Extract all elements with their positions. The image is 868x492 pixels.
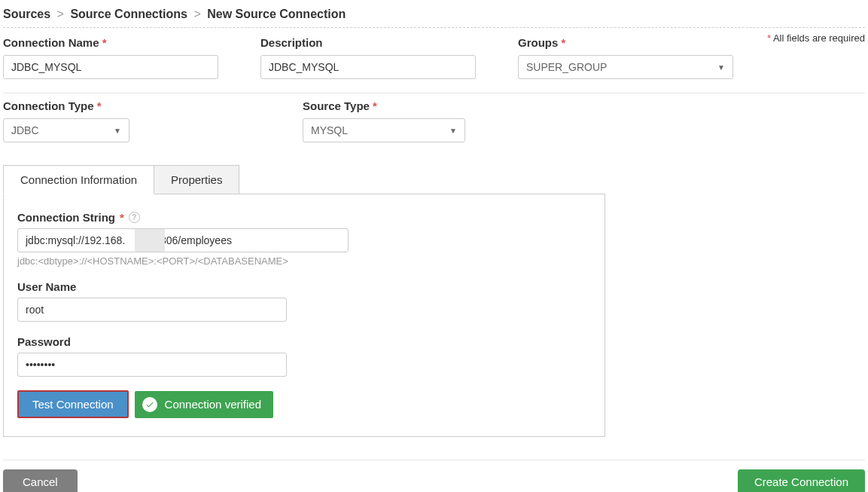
source-type-label: Source Type * [303, 99, 465, 112]
tab-properties[interactable]: Properties [154, 165, 239, 194]
tab-panel-connection-information: Connection String * ? jdbc:<dbtype>://<H… [3, 194, 605, 437]
redaction-block [135, 229, 165, 252]
breadcrumb-level1[interactable]: Sources [3, 8, 50, 20]
username-label: User Name [17, 280, 591, 293]
chevron-down-icon: ▼ [449, 127, 457, 135]
description-input[interactable] [260, 55, 476, 79]
chevron-down-icon: ▼ [114, 127, 121, 135]
chevron-right-icon: > [57, 8, 64, 20]
connection-type-select[interactable]: JDBC ▼ [3, 118, 129, 142]
help-icon[interactable]: ? [129, 212, 140, 223]
description-label: Description [260, 36, 476, 49]
groups-label: Groups * [518, 36, 733, 49]
username-input[interactable] [17, 298, 287, 322]
connection-status-badge: Connection verified [135, 391, 273, 418]
tab-connection-information[interactable]: Connection Information [3, 165, 154, 194]
connection-string-label: Connection String * ? [17, 211, 591, 224]
password-input[interactable] [17, 353, 287, 377]
check-circle-icon [142, 397, 157, 412]
breadcrumb-level3: New Source Connection [207, 8, 346, 20]
test-connection-button[interactable]: Test Connection [17, 390, 129, 418]
footer: Cancel Create Connection [3, 460, 865, 492]
groups-select[interactable]: SUPER_GROUP ▼ [518, 55, 733, 79]
breadcrumb-level2[interactable]: Source Connections [70, 8, 187, 20]
connection-type-value: JDBC [11, 124, 39, 136]
chevron-down-icon: ▼ [717, 63, 725, 72]
groups-select-value: SUPER_GROUP [526, 61, 607, 73]
connection-name-input[interactable] [3, 55, 218, 79]
connection-type-label: Connection Type * [3, 99, 129, 112]
create-connection-button[interactable]: Create Connection [738, 469, 865, 492]
chevron-right-icon: > [193, 8, 200, 20]
breadcrumb: Sources > Source Connections > New Sourc… [3, 3, 865, 28]
cancel-button[interactable]: Cancel [3, 469, 78, 492]
connection-string-hint: jdbc:<dbtype>://<HOSTNAME>:<PORT>/<DATAB… [17, 255, 591, 267]
source-type-value: MYSQL [311, 124, 348, 136]
connection-status-text: Connection verified [165, 398, 261, 411]
tabs: Connection Information Properties [3, 165, 865, 194]
connection-name-label: Connection Name * [3, 36, 218, 49]
password-label: Password [17, 335, 591, 348]
connection-string-input[interactable] [17, 228, 349, 252]
source-type-select[interactable]: MYSQL ▼ [303, 118, 465, 142]
